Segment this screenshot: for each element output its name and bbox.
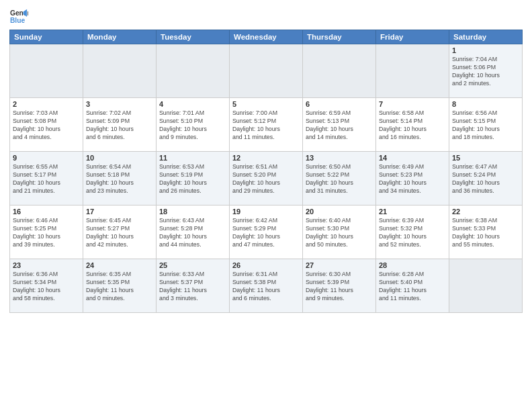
calendar-day-cell: 24Sunrise: 6:35 AMSunset: 5:35 PMDayligh… — [83, 259, 157, 313]
calendar-day-cell: 11Sunrise: 6:53 AMSunset: 5:19 PMDayligh… — [157, 152, 230, 205]
logo-icon: General Blue — [9, 7, 28, 26]
day-number: 13 — [306, 154, 373, 162]
calendar-day-cell: 21Sunrise: 6:39 AMSunset: 5:32 PMDayligh… — [376, 205, 449, 259]
day-number: 12 — [232, 154, 300, 162]
calendar-day-cell: 20Sunrise: 6:40 AMSunset: 5:30 PMDayligh… — [303, 205, 376, 259]
day-number: 21 — [379, 208, 446, 216]
calendar-day-cell — [10, 44, 83, 98]
day-number: 25 — [159, 261, 226, 269]
calendar-header-row: SundayMondayTuesdayWednesdayThursdayFrid… — [10, 30, 523, 44]
day-info: Sunrise: 7:02 AMSunset: 5:09 PMDaylight:… — [86, 109, 153, 142]
day-info: Sunrise: 6:45 AMSunset: 5:27 PMDaylight:… — [86, 217, 153, 249]
day-info: Sunrise: 6:53 AMSunset: 5:19 PMDaylight:… — [159, 163, 226, 195]
calendar-day-cell — [303, 44, 376, 98]
day-info: Sunrise: 6:49 AMSunset: 5:23 PMDaylight:… — [379, 163, 446, 195]
day-info: Sunrise: 6:56 AMSunset: 5:15 PMDaylight:… — [452, 109, 519, 142]
weekday-header: Tuesday — [157, 30, 230, 44]
calendar-day-cell: 17Sunrise: 6:45 AMSunset: 5:27 PMDayligh… — [83, 205, 157, 259]
day-info: Sunrise: 6:50 AMSunset: 5:22 PMDaylight:… — [306, 163, 373, 195]
calendar-day-cell: 4Sunrise: 7:01 AMSunset: 5:10 PMDaylight… — [157, 98, 230, 152]
day-number: 28 — [379, 261, 446, 269]
day-info: Sunrise: 7:01 AMSunset: 5:10 PMDaylight:… — [159, 109, 226, 142]
calendar-week-row: 23Sunrise: 6:36 AMSunset: 5:34 PMDayligh… — [10, 259, 523, 313]
calendar-day-cell: 5Sunrise: 7:00 AMSunset: 5:12 PMDaylight… — [230, 98, 303, 152]
svg-text:Blue: Blue — [10, 17, 26, 24]
calendar-week-row: 2Sunrise: 7:03 AMSunset: 5:08 PMDaylight… — [10, 98, 523, 152]
day-number: 16 — [13, 208, 80, 216]
calendar-day-cell: 27Sunrise: 6:30 AMSunset: 5:39 PMDayligh… — [303, 259, 376, 313]
calendar-day-cell — [230, 44, 303, 98]
day-number: 3 — [86, 100, 153, 108]
calendar-day-cell: 14Sunrise: 6:49 AMSunset: 5:23 PMDayligh… — [376, 152, 449, 205]
day-info: Sunrise: 6:58 AMSunset: 5:14 PMDaylight:… — [379, 109, 446, 142]
calendar-day-cell: 3Sunrise: 7:02 AMSunset: 5:09 PMDaylight… — [83, 98, 157, 152]
day-number: 6 — [306, 100, 373, 108]
day-number: 1 — [452, 46, 519, 54]
day-number: 26 — [232, 261, 300, 269]
day-info: Sunrise: 6:39 AMSunset: 5:32 PMDaylight:… — [379, 217, 446, 249]
calendar-day-cell: 23Sunrise: 6:36 AMSunset: 5:34 PMDayligh… — [10, 259, 83, 313]
calendar-day-cell: 2Sunrise: 7:03 AMSunset: 5:08 PMDaylight… — [10, 98, 83, 152]
day-info: Sunrise: 6:47 AMSunset: 5:24 PMDaylight:… — [452, 163, 519, 195]
day-number: 4 — [159, 100, 226, 108]
calendar-week-row: 1Sunrise: 7:04 AMSunset: 5:06 PMDaylight… — [10, 44, 523, 98]
day-number: 17 — [86, 208, 153, 216]
day-info: Sunrise: 6:35 AMSunset: 5:35 PMDaylight:… — [86, 271, 153, 303]
calendar-day-cell: 22Sunrise: 6:38 AMSunset: 5:33 PMDayligh… — [449, 205, 523, 259]
logo: General Blue — [9, 7, 28, 26]
day-number: 9 — [13, 154, 80, 162]
calendar-day-cell — [449, 259, 523, 313]
day-number: 11 — [159, 154, 226, 162]
day-info: Sunrise: 7:04 AMSunset: 5:06 PMDaylight:… — [452, 56, 519, 88]
weekday-header: Saturday — [449, 30, 523, 44]
header: General Blue — [9, 7, 523, 26]
day-number: 14 — [379, 154, 446, 162]
day-info: Sunrise: 6:40 AMSunset: 5:30 PMDaylight:… — [306, 217, 373, 249]
day-info: Sunrise: 6:42 AMSunset: 5:29 PMDaylight:… — [232, 217, 300, 249]
calendar-day-cell: 1Sunrise: 7:04 AMSunset: 5:06 PMDaylight… — [449, 44, 523, 98]
day-number: 18 — [159, 208, 226, 216]
calendar-day-cell: 16Sunrise: 6:46 AMSunset: 5:25 PMDayligh… — [10, 205, 83, 259]
day-number: 27 — [306, 261, 373, 269]
day-number: 23 — [13, 261, 80, 269]
calendar-day-cell — [376, 44, 449, 98]
weekday-header: Wednesday — [230, 30, 303, 44]
day-info: Sunrise: 6:59 AMSunset: 5:13 PMDaylight:… — [306, 109, 373, 142]
calendar-day-cell: 15Sunrise: 6:47 AMSunset: 5:24 PMDayligh… — [449, 152, 523, 205]
day-number: 5 — [232, 100, 300, 108]
calendar-day-cell: 28Sunrise: 6:28 AMSunset: 5:40 PMDayligh… — [376, 259, 449, 313]
day-info: Sunrise: 6:46 AMSunset: 5:25 PMDaylight:… — [13, 217, 80, 249]
calendar-day-cell: 7Sunrise: 6:58 AMSunset: 5:14 PMDaylight… — [376, 98, 449, 152]
day-info: Sunrise: 6:31 AMSunset: 5:38 PMDaylight:… — [232, 271, 300, 303]
day-number: 19 — [232, 208, 300, 216]
day-info: Sunrise: 6:33 AMSunset: 5:37 PMDaylight:… — [159, 271, 226, 303]
weekday-header: Monday — [83, 30, 157, 44]
day-info: Sunrise: 6:43 AMSunset: 5:28 PMDaylight:… — [159, 217, 226, 249]
calendar-day-cell — [83, 44, 157, 98]
day-number: 15 — [452, 154, 519, 162]
calendar: SundayMondayTuesdayWednesdayThursdayFrid… — [9, 30, 523, 313]
day-number: 24 — [86, 261, 153, 269]
calendar-day-cell: 19Sunrise: 6:42 AMSunset: 5:29 PMDayligh… — [230, 205, 303, 259]
weekday-header: Friday — [376, 30, 449, 44]
day-number: 2 — [13, 100, 80, 108]
day-info: Sunrise: 6:36 AMSunset: 5:34 PMDaylight:… — [13, 271, 80, 303]
calendar-day-cell: 8Sunrise: 6:56 AMSunset: 5:15 PMDaylight… — [449, 98, 523, 152]
weekday-header: Sunday — [10, 30, 83, 44]
day-info: Sunrise: 6:28 AMSunset: 5:40 PMDaylight:… — [379, 271, 446, 303]
calendar-day-cell: 10Sunrise: 6:54 AMSunset: 5:18 PMDayligh… — [83, 152, 157, 205]
day-info: Sunrise: 6:38 AMSunset: 5:33 PMDaylight:… — [452, 217, 519, 249]
weekday-header: Thursday — [303, 30, 376, 44]
calendar-day-cell: 12Sunrise: 6:51 AMSunset: 5:20 PMDayligh… — [230, 152, 303, 205]
day-info: Sunrise: 7:03 AMSunset: 5:08 PMDaylight:… — [13, 109, 80, 142]
day-info: Sunrise: 6:51 AMSunset: 5:20 PMDaylight:… — [232, 163, 300, 195]
calendar-day-cell: 25Sunrise: 6:33 AMSunset: 5:37 PMDayligh… — [157, 259, 230, 313]
day-number: 22 — [452, 208, 519, 216]
day-number: 20 — [306, 208, 373, 216]
calendar-day-cell: 6Sunrise: 6:59 AMSunset: 5:13 PMDaylight… — [303, 98, 376, 152]
calendar-week-row: 9Sunrise: 6:55 AMSunset: 5:17 PMDaylight… — [10, 152, 523, 205]
calendar-day-cell — [157, 44, 230, 98]
day-number: 7 — [379, 100, 446, 108]
calendar-day-cell: 9Sunrise: 6:55 AMSunset: 5:17 PMDaylight… — [10, 152, 83, 205]
calendar-week-row: 16Sunrise: 6:46 AMSunset: 5:25 PMDayligh… — [10, 205, 523, 259]
